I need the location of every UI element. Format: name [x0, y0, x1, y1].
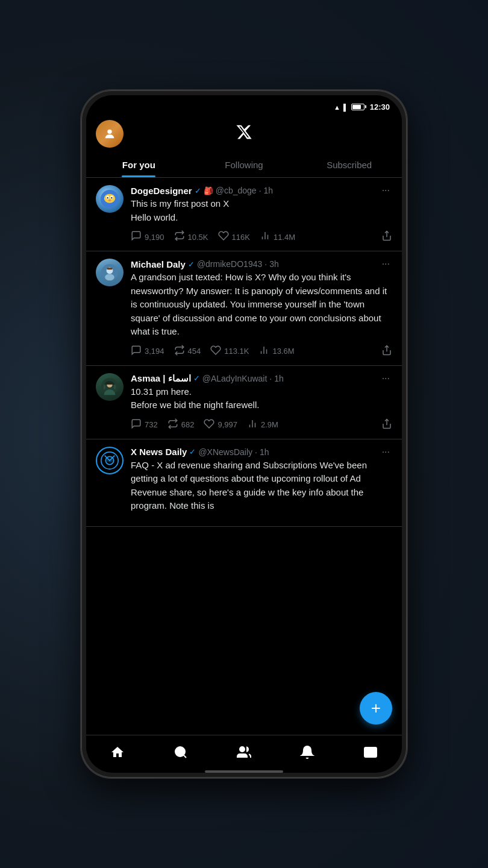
status-bar: 12:30 — [86, 95, 402, 115]
retweet-action-1[interactable]: 10.5K — [174, 230, 208, 244]
svg-point-0 — [107, 130, 111, 134]
svg-point-6 — [111, 197, 113, 199]
top-nav — [86, 115, 402, 151]
like-action-3[interactable]: 9,997 — [204, 418, 237, 432]
share-action-1[interactable] — [381, 230, 392, 244]
tab-following[interactable]: Following — [192, 151, 297, 177]
tweet-content-4: FAQ - X ad revenue sharing and Subscript… — [131, 459, 392, 513]
tweet-item: X News Daily ✓ @XNewsDaily · 1h ··· FAQ … — [86, 439, 402, 527]
retweet-action-3[interactable]: 682 — [167, 418, 195, 432]
tweet-feed: DogeDesigner ✓ 🎒 @cb_doge · 1h ··· This … — [86, 178, 402, 735]
avatar-xnews-daily[interactable] — [96, 447, 124, 474]
avatar-asmaa[interactable] — [96, 373, 124, 401]
nav-notifications[interactable] — [275, 741, 339, 763]
share-icon-2 — [381, 345, 392, 358]
status-icons: 12:30 — [334, 101, 390, 112]
svg-point-14 — [105, 274, 114, 280]
tweet-header-4: X News Daily ✓ @XNewsDaily · 1h ··· — [131, 447, 392, 458]
tweet-item: Michael Daly ✓ @drmikeDO1943 · 3h ··· A … — [86, 251, 402, 366]
reply-count-2: 3,194 — [145, 347, 164, 356]
tweet-time-val-1: 1h — [264, 186, 274, 195]
tweet-actions-3: 732 682 9,997 — [131, 418, 392, 432]
verified-badge-3: ✓ — [193, 374, 200, 383]
reply-icon-2 — [131, 345, 142, 358]
tweet-time-1: · — [259, 186, 261, 195]
nav-messages[interactable] — [339, 741, 402, 763]
retweet-icon-3 — [167, 418, 178, 432]
like-action-2[interactable]: 113.1K — [210, 345, 249, 358]
tweet-body-1: DogeDesigner ✓ 🎒 @cb_doge · 1h ··· This … — [131, 185, 392, 244]
nav-home[interactable] — [86, 741, 149, 763]
svg-point-32 — [240, 747, 245, 752]
svg-rect-23 — [114, 385, 116, 389]
signal-icon — [343, 101, 348, 112]
avatar-michael-daly[interactable] — [96, 259, 124, 286]
svg-point-5 — [107, 197, 108, 199]
svg-point-2 — [104, 194, 115, 203]
reply-icon-1 — [131, 230, 142, 244]
views-action-3[interactable]: 2.9M — [247, 418, 278, 432]
reply-action-2[interactable]: 3,194 — [131, 345, 164, 358]
tweet-content-1: This is my first post on XHello world. — [131, 197, 392, 224]
verified-badge-1: ✓ — [195, 186, 201, 195]
retweet-count-3: 682 — [181, 420, 195, 429]
tweet-more-3[interactable]: ··· — [380, 373, 392, 384]
tweet-time-val-3: 1h — [274, 374, 284, 383]
like-count-2: 113.1K — [224, 347, 249, 356]
tweet-content-2: A grandson just texted: How is X? Why do… — [131, 271, 392, 339]
tweet-more-1[interactable]: ··· — [380, 185, 392, 196]
verified-badge-4: ✓ — [189, 447, 196, 456]
reply-count-1: 9,190 — [145, 233, 164, 242]
retweet-count-1: 10.5K — [188, 233, 208, 242]
compose-button[interactable]: + — [360, 692, 392, 725]
tab-for-you[interactable]: For you — [86, 151, 192, 177]
tweet-time-sep-2: · — [264, 259, 267, 269]
nav-communities[interactable] — [213, 741, 276, 763]
views-action-2[interactable]: 13.6M — [258, 345, 294, 358]
svg-line-31 — [184, 755, 186, 758]
tweet-body-3: Asmaa | اسماء ✓ @ALadyInKuwait · 1h ··· … — [131, 373, 392, 432]
tweet-time-sep-3: · — [269, 374, 272, 383]
like-icon-2 — [210, 345, 221, 358]
tweet-actions-1: 9,190 10.5K 116K — [131, 230, 392, 244]
views-icon-1 — [260, 230, 271, 244]
views-action-1[interactable]: 11.4M — [260, 230, 295, 244]
bottom-nav — [86, 735, 402, 767]
avatar-doge-designer[interactable] — [96, 185, 124, 213]
tweet-time-val-4: 1h — [260, 447, 269, 457]
tab-subscribed[interactable]: Subscribed — [296, 151, 402, 177]
nav-search[interactable] — [149, 741, 213, 763]
tweet-name-4: X News Daily — [131, 447, 187, 457]
status-time: 12:30 — [370, 102, 390, 112]
tweet-handle-3: @ALadyInKuwait — [202, 374, 267, 383]
tweet-more-4[interactable]: ··· — [380, 447, 392, 458]
reply-action-3[interactable]: 732 — [131, 418, 158, 432]
retweet-action-2[interactable]: 454 — [174, 345, 201, 358]
like-icon-3 — [204, 418, 214, 432]
share-action-3[interactable] — [381, 418, 392, 432]
views-count-3: 2.9M — [261, 420, 278, 429]
views-icon-2 — [258, 345, 269, 358]
notifications-icon — [300, 745, 314, 760]
wifi-icon — [334, 101, 340, 112]
tweet-header-1: DogeDesigner ✓ 🎒 @cb_doge · 1h ··· — [131, 185, 392, 196]
reply-count-3: 732 — [145, 420, 158, 429]
svg-point-7 — [108, 200, 111, 201]
tweet-more-2[interactable]: ··· — [380, 259, 392, 269]
views-icon-3 — [247, 418, 258, 432]
tweet-time-sep-4: · — [255, 447, 257, 457]
tweet-name-1: DogeDesigner — [131, 186, 192, 196]
svg-point-30 — [175, 747, 185, 756]
reply-action-1[interactable]: 9,190 — [131, 230, 164, 244]
battery-icon — [351, 104, 364, 110]
messages-icon — [363, 745, 378, 760]
tweet-handle-1: @cb_doge — [216, 186, 257, 195]
tweet-name-3: Asmaa | اسماء — [131, 373, 191, 384]
user-avatar[interactable] — [96, 120, 124, 148]
phone-screen: 12:30 For you Following Subscribed — [86, 95, 402, 773]
share-action-2[interactable] — [381, 345, 392, 358]
like-action-1[interactable]: 116K — [218, 230, 250, 244]
tweet-handle-4: @XNewsDaily — [198, 447, 252, 457]
views-count-1: 11.4M — [274, 233, 295, 242]
svg-rect-15 — [107, 268, 112, 269]
